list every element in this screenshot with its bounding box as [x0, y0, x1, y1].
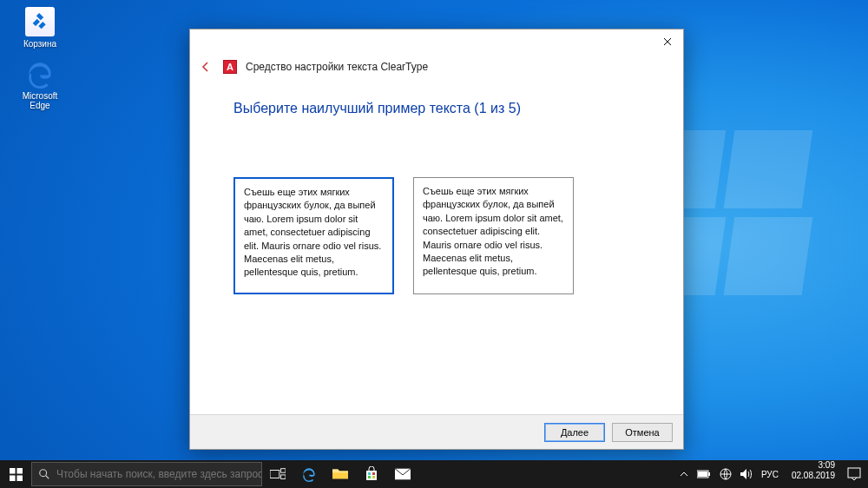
next-button[interactable]: Далее	[544, 423, 605, 442]
svg-rect-9	[368, 472, 371, 475]
text-samples-container: Съешь еще этих мягких французских булок,…	[233, 177, 640, 294]
taskbar-clock[interactable]: 3:09 02.08.2019	[786, 460, 840, 488]
search-icon	[32, 468, 56, 480]
tray-battery-icon[interactable]	[694, 460, 713, 488]
search-box[interactable]	[31, 462, 262, 486]
desktop-icon-edge[interactable]: Microsoft Edge	[14, 59, 66, 110]
svg-rect-16	[698, 472, 707, 477]
text-sample-1[interactable]: Съешь еще этих мягких французских булок,…	[233, 177, 394, 294]
task-view-button[interactable]	[262, 460, 293, 488]
text-sample-2[interactable]: Съешь еще этих мягких французских булок,…	[413, 177, 574, 294]
edge-icon	[25, 59, 55, 89]
svg-rect-10	[372, 472, 375, 475]
close-button[interactable]	[652, 30, 683, 54]
svg-rect-3	[16, 475, 23, 481]
window-titlebar[interactable]	[190, 30, 683, 54]
wizard-footer: Далее Отмена	[190, 414, 683, 449]
tray-network-icon[interactable]	[717, 460, 734, 488]
taskbar-mail[interactable]	[387, 460, 418, 488]
action-center-button[interactable]	[840, 460, 868, 488]
taskbar-explorer[interactable]	[325, 460, 356, 488]
svg-rect-6	[270, 471, 279, 478]
desktop-icon-label: Корзина	[23, 39, 56, 49]
svg-point-4	[40, 470, 47, 477]
tray-volume-icon[interactable]	[738, 460, 755, 488]
desktop-icon-label: Microsoft Edge	[23, 91, 58, 110]
clock-date: 02.08.2019	[792, 471, 835, 481]
svg-rect-8	[281, 475, 286, 479]
wizard-body: Выберите наилучший пример текста (1 из 5…	[190, 80, 683, 414]
cleartype-wizard-window: A Средство настройки текста ClearType Вы…	[189, 29, 684, 450]
svg-rect-11	[368, 476, 371, 478]
tray-chevron-up-icon[interactable]	[677, 460, 691, 488]
wizard-title: Средство настройки текста ClearType	[246, 61, 428, 73]
recycle-bin-icon	[25, 7, 55, 36]
clock-time: 3:09	[792, 460, 835, 471]
svg-line-5	[46, 476, 49, 479]
wizard-heading: Выберите наилучший пример текста (1 из 5…	[233, 101, 640, 116]
tray-language[interactable]: РУС	[759, 460, 781, 488]
svg-rect-2	[10, 475, 16, 481]
taskbar-store[interactable]	[356, 460, 387, 488]
wizard-header: A Средство настройки текста ClearType	[190, 54, 683, 80]
svg-rect-7	[281, 469, 286, 473]
desktop-icon-recycle-bin[interactable]: Корзина	[14, 7, 66, 49]
cleartype-app-icon: A	[223, 60, 237, 74]
cancel-button[interactable]: Отмена	[612, 423, 673, 442]
search-input[interactable]	[56, 468, 261, 480]
svg-rect-0	[10, 468, 16, 474]
svg-rect-12	[372, 476, 375, 478]
system-tray: РУС	[672, 460, 786, 488]
back-button[interactable]	[197, 58, 214, 76]
taskbar: РУС 3:09 02.08.2019	[0, 460, 868, 488]
svg-rect-15	[708, 472, 710, 476]
svg-rect-1	[16, 468, 23, 474]
taskbar-edge[interactable]	[293, 460, 325, 488]
svg-rect-18	[848, 468, 860, 478]
start-button[interactable]	[0, 460, 31, 488]
